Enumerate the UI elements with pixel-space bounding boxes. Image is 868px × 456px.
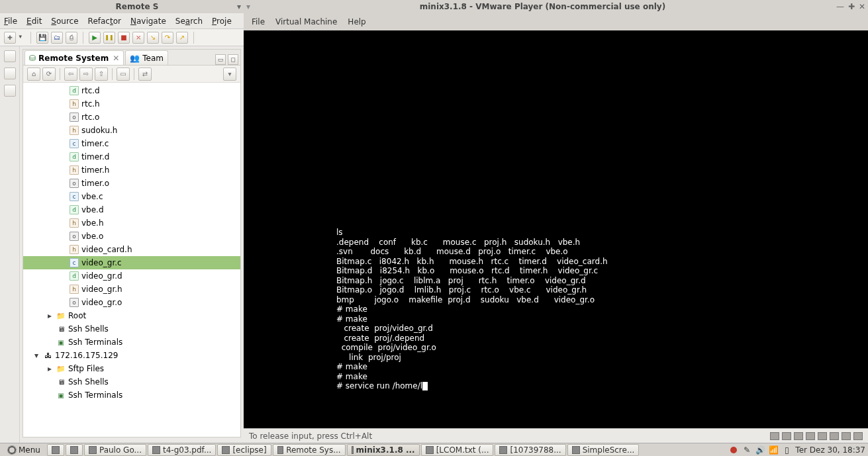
file-tree-item[interactable]: cvideo_gr.c [23,256,240,269]
vmware-menu-file[interactable]: File [252,17,265,26]
tree-node[interactable]: ▸Sftp Files [23,362,240,375]
file-manager-button[interactable] [66,444,83,456]
taskbar-item-label: Paulo Go... [99,445,142,455]
file-tree-item[interactable]: drtc.d [23,84,240,97]
vm-device-icon[interactable] [806,432,815,440]
vm-device-icon[interactable] [842,432,851,440]
tree-node[interactable]: ▾172.16.175.129 [23,349,240,362]
perspective-button[interactable] [4,68,16,79]
start-menu-button[interactable]: Menu [3,444,46,456]
vm-device-icon[interactable] [782,432,791,440]
disconnect-button[interactable] [132,32,144,44]
file-tree-item[interactable]: hrtc.h [23,97,240,111]
step-into-button[interactable] [147,32,159,44]
maximize-view-icon[interactable]: ◻ [228,54,238,65]
close-tab-icon[interactable]: ✕ [113,54,119,63]
vmware-menu-help[interactable]: Help [348,17,365,26]
menu-source[interactable]: Source [51,17,78,26]
vmware-menu-vm[interactable]: Virtual Machine [275,17,337,26]
up-button[interactable]: ⇧ [95,68,108,81]
save-button[interactable] [36,32,48,44]
collapse-button[interactable]: ▭ [117,68,130,81]
tree-node[interactable]: ▸Root [23,309,240,322]
home-button[interactable]: ⌂ [27,68,40,81]
step-over-button[interactable] [162,32,173,44]
step-return-button[interactable] [176,32,188,44]
expand-arrow-icon[interactable]: ▸ [46,364,54,373]
taskbar-item[interactable]: Paulo Go... [84,444,146,456]
tab-team[interactable]: 👥 Team [125,50,168,65]
file-name: video_gr.d [81,271,122,281]
taskbar-item[interactable]: [LCOM.txt (... [421,444,494,456]
clock[interactable]: Ter Dez 30, 18:37 [795,445,865,455]
print-button[interactable] [66,32,77,44]
vm-device-icon[interactable] [818,432,827,440]
file-tree-item[interactable]: hsudoku.h [23,124,240,137]
vm-device-icon[interactable] [830,432,839,440]
file-tree-item[interactable]: ovideo_gr.o [23,296,240,309]
taskbar-item[interactable]: minix3.1.8 ... [347,444,420,456]
taskbar-item[interactable]: Remote Sys... [273,444,346,456]
perspective-button[interactable] [4,50,16,62]
tree-node[interactable]: Ssh Terminals [23,388,240,402]
vm-device-icon[interactable] [853,432,863,440]
file-tree-item[interactable]: otimer.o [23,177,240,190]
menu-file[interactable]: File [4,17,17,26]
maximize-icon[interactable]: ✚ [848,2,855,11]
minimize-icon[interactable]: — [836,2,844,11]
show-desktop-button[interactable] [47,444,64,456]
updates-icon[interactable]: ✎ [742,445,751,455]
save-all-button[interactable] [51,32,63,44]
file-icon: c [70,139,79,148]
link-button[interactable]: ⇄ [138,68,152,81]
file-tree-item[interactable]: hvbe.h [23,216,240,230]
resume-button[interactable] [89,32,101,44]
network-icon[interactable]: 📶 [769,445,778,455]
perspective-button[interactable] [4,85,16,97]
taskbar-item-label: t4-g03.pdf... [163,445,211,455]
tree-node[interactable]: Ssh Terminals [23,336,240,349]
terminate-button[interactable] [118,32,130,44]
battery-icon[interactable]: ▯ [782,445,791,455]
file-name: vbe.o [81,232,103,241]
file-tree-item[interactable]: dtimer.d [23,150,240,163]
menu-refactor[interactable]: Refactor [88,17,121,26]
file-tree-item[interactable]: hvideo_gr.h [23,283,240,296]
refresh-button[interactable]: ⟳ [42,68,56,81]
new-button[interactable] [4,32,16,44]
file-tree-item[interactable]: ctimer.c [23,137,240,150]
file-tree-item[interactable]: ortc.o [23,111,240,124]
tree-node[interactable]: Ssh Shells [23,322,240,336]
file-tree-item[interactable]: htimer.h [23,163,240,177]
file-tree-item[interactable]: dvideo_gr.d [23,269,240,283]
taskbar-item-label: [eclipse] [232,445,266,455]
forward-button[interactable]: ⇨ [79,68,93,81]
menu-edit[interactable]: Edit [26,17,42,26]
tree-node[interactable]: Ssh Shells [23,375,240,388]
file-tree-item[interactable]: cvbe.c [23,190,240,203]
menu-project[interactable]: Proje [212,17,232,26]
expand-arrow-icon[interactable]: ▾ [32,351,40,360]
menu-navigate[interactable]: Navigate [130,17,166,26]
vm-device-icon[interactable] [794,432,803,440]
file-tree-item[interactable]: ovbe.o [23,230,240,243]
taskbar-item[interactable]: SimpleScre... [567,444,640,456]
back-button[interactable]: ⇦ [64,68,77,81]
vm-terminal[interactable]: ls.depend conf kb.c mouse.c proj.h sudok… [244,30,868,428]
volume-icon[interactable]: 🔊 [755,445,765,455]
taskbar-item[interactable]: [eclipse] [217,444,271,456]
vm-device-icon[interactable] [770,432,779,440]
file-tree-item[interactable]: dvbe.d [23,203,240,216]
file-tree-item[interactable]: hvideo_card.h [23,243,240,256]
tab-remote-system[interactable]: ⛁ Remote System ✕ [24,50,124,65]
menu-search[interactable]: Search [175,17,203,26]
record-icon[interactable] [729,445,738,455]
minimize-view-icon[interactable]: ▭ [215,54,226,65]
suspend-button[interactable] [103,32,115,44]
taskbar-item[interactable]: [10739788... [495,444,565,456]
close-icon[interactable]: ✕ [859,2,865,11]
view-menu-button[interactable]: ▾ [223,68,236,81]
taskbar-item[interactable]: t4-g03.pdf... [148,444,216,456]
expand-arrow-icon[interactable]: ▸ [46,311,54,320]
eclipse-dropdown-icon[interactable]: ▾ [237,2,241,11]
